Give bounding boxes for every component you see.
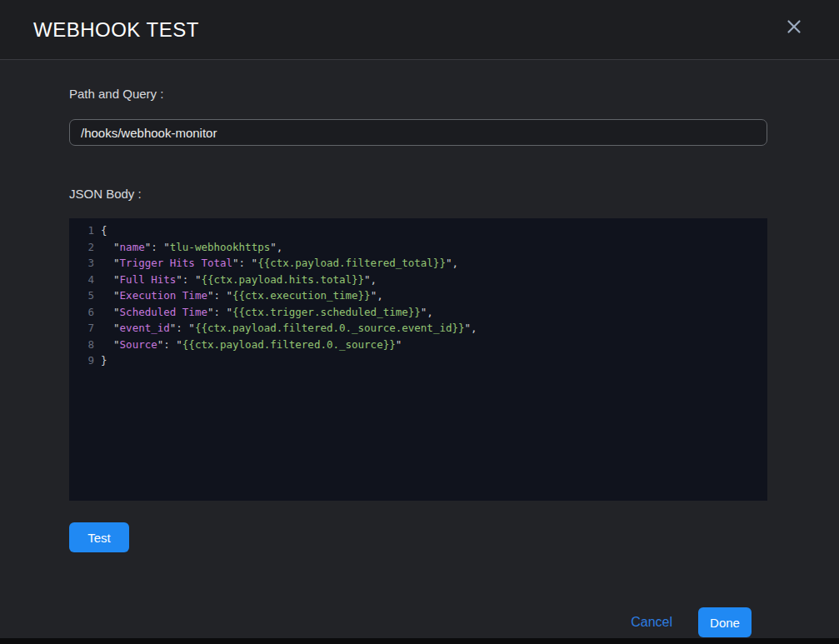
code-line: 7 "event_id": "{{ctx.payload.filtered.0.… bbox=[69, 320, 767, 337]
page-background-strip bbox=[0, 638, 839, 644]
line-number: 7 bbox=[69, 320, 94, 337]
code-line: 8 "Source": "{{ctx.payload.filtered.0._s… bbox=[69, 337, 767, 353]
close-icon bbox=[787, 19, 802, 34]
webhook-test-modal: WEBHOOK TEST Path and Query : JSON Body … bbox=[0, 0, 839, 638]
path-query-label: Path and Query : bbox=[69, 87, 767, 102]
line-number: 4 bbox=[69, 272, 94, 288]
code-line: 2 "name": "tlu-webhookhttps", bbox=[69, 239, 767, 256]
line-number: 3 bbox=[69, 255, 94, 272]
modal-body: Path and Query : JSON Body : 1{2 "name":… bbox=[0, 60, 839, 638]
done-button[interactable]: Done bbox=[698, 607, 752, 637]
code-line: 4 "Full Hits": "{{ctx.payload.hits.total… bbox=[69, 272, 767, 288]
line-number: 5 bbox=[69, 287, 94, 304]
code-line: 9} bbox=[69, 352, 767, 369]
modal-title: WEBHOOK TEST bbox=[33, 18, 199, 42]
code-line: 6 "Scheduled Time": "{{ctx.trigger.sched… bbox=[69, 304, 767, 321]
modal-footer: Cancel Done bbox=[69, 607, 767, 638]
path-query-input[interactable] bbox=[69, 119, 767, 146]
code-line: 1{ bbox=[69, 222, 767, 239]
line-number: 8 bbox=[69, 337, 94, 353]
cancel-button[interactable]: Cancel bbox=[631, 615, 672, 630]
code-line: 5 "Execution Time": "{{ctx.execution_tim… bbox=[69, 287, 767, 304]
line-number: 6 bbox=[69, 304, 94, 321]
line-number: 2 bbox=[69, 239, 94, 256]
code-line: 3 "Trigger Hits Total": "{{ctx.payload.f… bbox=[69, 255, 767, 272]
line-number: 9 bbox=[69, 352, 94, 369]
json-body-editor[interactable]: 1{2 "name": "tlu-webhookhttps",3 "Trigge… bbox=[69, 218, 767, 501]
modal-header: WEBHOOK TEST bbox=[0, 0, 839, 60]
line-number: 1 bbox=[69, 222, 94, 239]
close-button[interactable] bbox=[782, 15, 806, 38]
test-button[interactable]: Test bbox=[69, 522, 129, 552]
json-body-label: JSON Body : bbox=[69, 187, 767, 202]
